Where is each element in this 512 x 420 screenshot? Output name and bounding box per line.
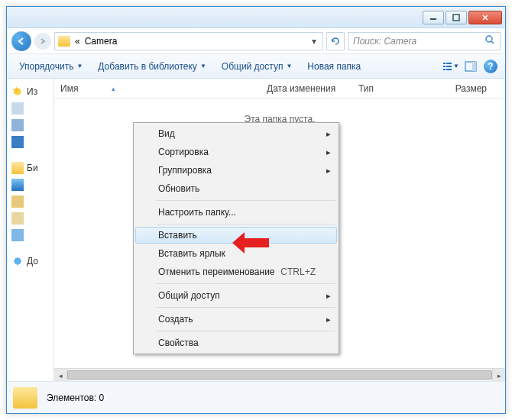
column-size[interactable]: Размер (420, 83, 499, 94)
horizontal-scrollbar[interactable]: ◂ ▸ (54, 368, 505, 381)
share-button[interactable]: Общий доступ▼ (215, 58, 299, 75)
context-menu: Вид Сортировка Группировка Обновить Наст… (133, 122, 339, 354)
menu-paste-shortcut[interactable]: Вставить ярлык (135, 244, 337, 263)
generic-icon (11, 195, 24, 208)
back-button[interactable] (11, 31, 31, 51)
breadcrumb[interactable]: « Camera ▾ (54, 32, 323, 50)
network-icon (11, 255, 24, 267)
menu-separator (157, 200, 335, 201)
new-folder-button[interactable]: Новая папка (301, 58, 367, 75)
search-placeholder: Поиск: Camera (353, 36, 416, 47)
preview-pane-button[interactable] (462, 58, 479, 75)
sidebar-item[interactable] (10, 134, 50, 150)
svg-rect-1 (453, 15, 459, 21)
generic-icon (11, 119, 24, 131)
scroll-right-button[interactable]: ▸ (492, 369, 505, 382)
navbar: « Camera ▾ Поиск: Camera (7, 28, 505, 54)
menu-view[interactable]: Вид (135, 124, 337, 143)
sidebar-item[interactable] (10, 210, 50, 227)
item-count: Элементов: 0 (47, 393, 104, 403)
sidebar-item[interactable] (10, 176, 50, 193)
menu-new[interactable]: Создать (135, 310, 337, 328)
svg-rect-3 (443, 63, 446, 64)
sidebar-item[interactable] (10, 193, 50, 210)
menu-sort[interactable]: Сортировка (135, 143, 337, 161)
svg-rect-7 (443, 69, 446, 70)
toolbar: Упорядочить▼ Добавить в библиотеку▼ Общи… (7, 54, 505, 79)
column-name[interactable]: Имя▴ (60, 83, 267, 94)
statusbar: Элементов: 0 (7, 381, 505, 413)
help-icon: ? (484, 60, 497, 73)
sidebar-homegroup[interactable]: Дo (10, 253, 50, 270)
view-options-button[interactable]: ▼ (442, 58, 459, 75)
folder-icon (58, 36, 70, 47)
help-button[interactable]: ? (482, 58, 499, 75)
menu-share[interactable]: Общий доступ (135, 286, 337, 305)
generic-icon (11, 212, 24, 225)
menu-group[interactable]: Группировка (135, 161, 337, 179)
svg-rect-0 (430, 18, 436, 20)
svg-point-2 (486, 36, 492, 42)
menu-customize-folder[interactable]: Настроить папку... (135, 203, 337, 221)
scroll-thumb[interactable] (67, 370, 492, 380)
sidebar-favorites[interactable]: Из (10, 83, 50, 100)
star-icon (11, 86, 24, 98)
forward-button (34, 33, 51, 50)
scroll-left-button[interactable]: ◂ (54, 369, 67, 382)
breadcrumb-location: Camera (85, 36, 118, 47)
sidebar-item[interactable] (10, 117, 50, 134)
breadcrumb-dropdown[interactable]: ▾ (309, 36, 319, 47)
menu-separator (157, 331, 335, 331)
generic-icon (11, 229, 24, 241)
sidebar: Из Би Дo (7, 79, 54, 381)
refresh-button[interactable] (326, 32, 345, 50)
menu-separator (157, 283, 335, 284)
shortcut-label: CTRL+Z (280, 267, 316, 277)
sidebar-item[interactable] (10, 227, 50, 244)
menu-separator (157, 307, 335, 308)
close-button[interactable] (468, 11, 502, 24)
library-icon (11, 162, 24, 174)
menu-properties[interactable]: Свойства (135, 334, 337, 352)
folder-icon (13, 387, 37, 409)
search-input[interactable]: Поиск: Camera (348, 32, 501, 50)
add-to-library-button[interactable]: Добавить в библиотеку▼ (92, 58, 212, 75)
menu-separator (157, 224, 335, 225)
menu-refresh[interactable]: Обновить (135, 179, 337, 198)
column-date[interactable]: Дата изменения (267, 83, 358, 94)
svg-rect-5 (443, 66, 446, 67)
sidebar-item[interactable] (10, 100, 50, 117)
minimize-button[interactable] (423, 11, 444, 24)
breadcrumb-prefix: « (75, 36, 80, 47)
generic-icon (11, 136, 24, 148)
column-headers: Имя▴ Дата изменения Тип Размер (54, 79, 505, 99)
svg-rect-10 (472, 62, 476, 71)
organize-button[interactable]: Упорядочить▼ (13, 58, 89, 75)
column-type[interactable]: Тип (358, 83, 420, 94)
svg-rect-8 (446, 69, 452, 70)
titlebar (7, 7, 505, 28)
generic-icon (11, 102, 24, 115)
sort-arrow-icon: ▴ (112, 85, 115, 92)
search-icon (484, 34, 495, 47)
menu-undo-rename[interactable]: Отменить переименованиеCTRL+Z (135, 263, 337, 281)
svg-rect-6 (446, 66, 452, 67)
maximize-button[interactable] (446, 11, 467, 24)
sidebar-libraries[interactable]: Би (10, 160, 50, 176)
menu-paste[interactable]: Вставить (135, 227, 337, 244)
svg-rect-4 (446, 63, 452, 64)
generic-icon (11, 179, 24, 191)
